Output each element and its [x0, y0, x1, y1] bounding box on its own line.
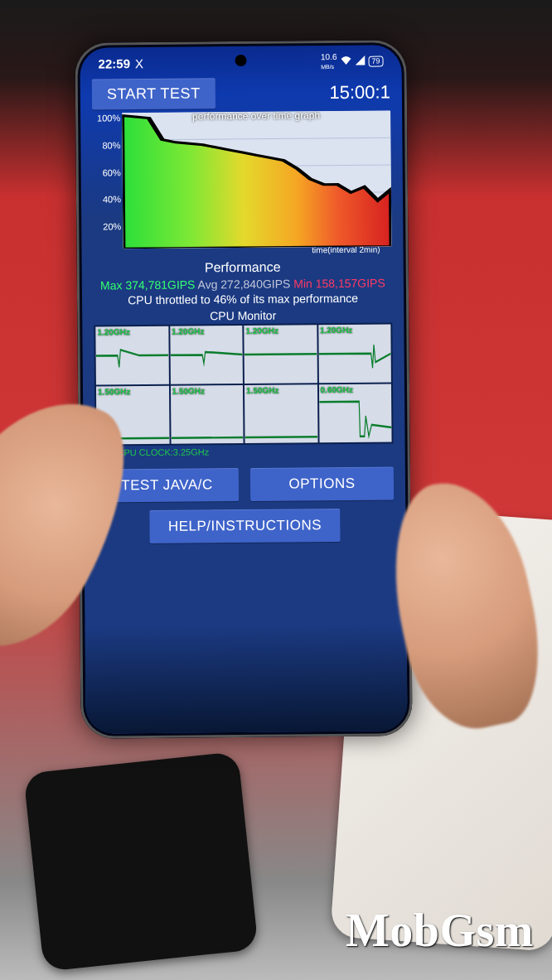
- phone-body: 22:59 X 10.6MB/s 79 START TEST 15:0: [75, 40, 412, 738]
- chart-y-axis: 100% 80% 60% 40% 20%: [92, 113, 123, 249]
- cpu-core-5: 1.50GHz: [170, 385, 243, 444]
- top-toolbar: START TEST 15:00:1: [80, 73, 402, 111]
- start-test-button[interactable]: START TEST: [92, 78, 215, 109]
- cpu-core-1: 1.20GHz: [170, 326, 243, 384]
- performance-chart-section: 100% 80% 60% 40% 20% performance over ti…: [80, 109, 404, 256]
- battery-indicator: 79: [368, 56, 383, 66]
- test-java-button[interactable]: TEST JAVA/C: [95, 468, 239, 503]
- cpu-core-grid: 1.20GHz 1.20GHz 1.20GHz 1.20GHz 1.50GHz …: [94, 323, 393, 447]
- camera-punch-hole: [235, 55, 246, 66]
- cpu-monitor-title: CPU Monitor: [94, 308, 392, 324]
- button-row-1: TEST JAVA/C OPTIONS: [84, 456, 406, 511]
- status-carrier-icon: X: [135, 56, 143, 70]
- cpu-core-6: 1.50GHz: [245, 385, 317, 444]
- net-speed: 10.6MB/s: [321, 52, 337, 70]
- cpu-core-7: 0.60GHz: [318, 384, 391, 443]
- screen-bottom-fill: [85, 623, 407, 733]
- help-instructions-button[interactable]: HELP/INSTRUCTIONS: [150, 509, 340, 543]
- test-duration: 15:00:1: [329, 81, 390, 104]
- cpu-core-2: 1.20GHz: [244, 326, 317, 384]
- wifi-icon: [340, 56, 351, 67]
- other-phone-black: [23, 751, 259, 972]
- chart-svg: [122, 110, 391, 249]
- chart-plot-area: performance over time graph: [122, 110, 391, 249]
- status-time: 22:59: [98, 56, 130, 70]
- button-row-2: HELP/INSTRUCTIONS: [84, 509, 405, 544]
- options-button[interactable]: OPTIONS: [250, 467, 394, 502]
- signal-icon: [355, 56, 365, 67]
- perf-throttle-text: CPU throttled to 46% of its max performa…: [94, 291, 392, 309]
- cpu-core-3: 1.20GHz: [318, 325, 391, 384]
- cpu-core-0: 1.20GHz: [95, 326, 168, 385]
- photo-scene: 22:59 X 10.6MB/s 79 START TEST 15:0: [0, 0, 552, 980]
- phone-screen: 22:59 X 10.6MB/s 79 START TEST 15:0: [80, 45, 407, 733]
- perf-max: Max 374,781GIPS: [100, 278, 196, 292]
- perf-min: Min 158,157GIPS: [293, 276, 385, 290]
- cpu-monitor-section: CPU Monitor 1.20GHz 1.20GHz 1.20GHz 1.20…: [82, 308, 405, 458]
- performance-chart: 100% 80% 60% 40% 20% performance over ti…: [92, 110, 391, 249]
- performance-summary: Performance Max 374,781GIPS Avg 272,840G…: [82, 253, 404, 311]
- cpu-core-4: 1.50GHz: [96, 386, 169, 445]
- performance-header: Performance: [94, 257, 392, 278]
- perf-avg: Avg 272,840GIPS: [197, 277, 290, 291]
